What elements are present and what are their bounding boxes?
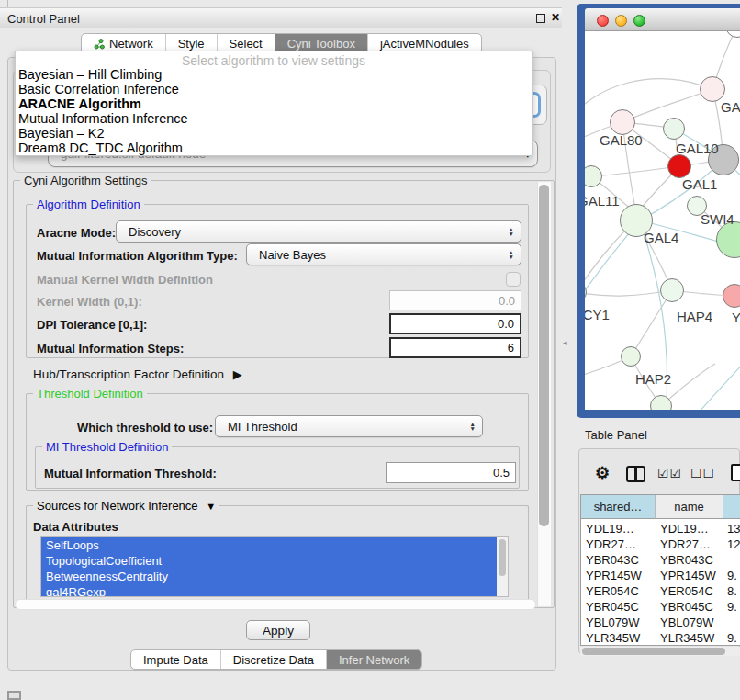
- tab-impute-data[interactable]: Impute Data: [131, 650, 221, 669]
- hub-definition-expander[interactable]: Hub/Transcription Factor Definition ▶: [33, 367, 242, 381]
- list-scrollbar-thumb[interactable]: [499, 539, 506, 576]
- bottom-left-partial-icon[interactable]: [7, 691, 21, 700]
- tab-infer-network-label: Infer Network: [339, 653, 409, 667]
- select-columns-icon[interactable]: ☑☑: [657, 466, 682, 480]
- mi-threshold-label: Mutual Information Threshold:: [44, 467, 217, 480]
- kernel-width-label: Kernel Width (0,1):: [37, 295, 142, 309]
- tab-discretize-data[interactable]: Discretize Data: [221, 650, 327, 669]
- table-cell[interactable]: 13: [727, 522, 740, 536]
- table-cell[interactable]: YIL052C: [586, 643, 654, 646]
- close-window-button[interactable]: [597, 15, 609, 27]
- settings-scrollbar-thumb[interactable]: [539, 185, 549, 526]
- table-cell[interactable]: 9.: [727, 600, 740, 614]
- column-header-shared-name[interactable]: shared…: [581, 495, 656, 519]
- network-window-titlebar[interactable]: [585, 8, 740, 31]
- network-node[interactable]: [660, 278, 684, 302]
- table-cell[interactable]: YDL19…: [586, 522, 654, 536]
- zoom-window-button[interactable]: [633, 15, 645, 27]
- list-item[interactable]: gal4RGexp: [41, 584, 497, 597]
- table-cell[interactable]: YBR043C: [660, 553, 723, 567]
- mi-algorithm-type-combo[interactable]: Naive Bayes ▲▼: [246, 243, 521, 265]
- tab-impute-data-label: Impute Data: [143, 653, 208, 667]
- table-cell[interactable]: YBL079W: [660, 615, 723, 629]
- algorithm-option-selected[interactable]: ARACNE Algorithm: [16, 96, 532, 111]
- mi-steps-field[interactable]: 6: [389, 337, 521, 358]
- aracne-mode-value: Discovery: [129, 225, 181, 239]
- close-panel-icon[interactable]: ✕: [551, 11, 560, 24]
- table-cell[interactable]: YBR045C: [660, 600, 723, 614]
- algorithm-option[interactable]: Basic Correlation Inference: [16, 82, 532, 96]
- control-panel-titlebar: Control Panel ✕: [0, 7, 562, 28]
- table-cell[interactable]: 12: [727, 537, 740, 551]
- kernel-width-field[interactable]: 0.0: [389, 290, 521, 310]
- list-item[interactable]: TopologicalCoefficient: [41, 553, 497, 569]
- which-threshold-label: Which threshold to use:: [77, 421, 213, 435]
- algorithm-option[interactable]: Dream8 DC_TDC Algorithm: [16, 141, 532, 155]
- dpi-tolerance-label: DPI Tolerance [0,1]:: [37, 318, 147, 332]
- table-cell[interactable]: YPR145W: [660, 569, 723, 582]
- sources-title-row[interactable]: Sources for Network Inference ▼: [33, 499, 219, 513]
- combo-stepper-icon: ▲▼: [509, 227, 514, 236]
- network-node[interactable]: [663, 118, 685, 140]
- column-header-partial[interactable]: [723, 495, 740, 519]
- network-node[interactable]: [610, 109, 635, 135]
- network-node[interactable]: [700, 76, 725, 102]
- algorithm-option[interactable]: Mutual Information Inference: [16, 111, 532, 126]
- table-cell[interactable]: YPR145W: [586, 569, 654, 582]
- dpi-tolerance-field[interactable]: 0.0: [389, 313, 521, 334]
- table-cell[interactable]: YBL079W: [586, 615, 654, 629]
- tab-infer-network[interactable]: Infer Network: [327, 650, 421, 669]
- float-panel-icon[interactable]: [536, 14, 545, 23]
- algorithm-dropdown-popup: Select algorithm to view settings Bayesi…: [15, 51, 533, 156]
- tab-discretize-data-label: Discretize Data: [233, 653, 314, 667]
- table-cell[interactable]: YDR27…: [660, 537, 723, 551]
- network-node[interactable]: [667, 154, 691, 178]
- network-node[interactable]: [723, 284, 740, 308]
- data-attributes-label: Data Attributes: [33, 520, 118, 534]
- gear-icon[interactable]: ⚙: [595, 463, 610, 483]
- algorithm-option[interactable]: Bayesian – Hill Climbing: [16, 67, 532, 82]
- kernel-width-value: 0.0: [499, 294, 515, 308]
- algorithm-option[interactable]: Bayesian – K2: [16, 126, 532, 141]
- manual-kernel-width-checkbox[interactable]: [506, 272, 521, 287]
- node-label: GAL10: [676, 141, 719, 156]
- settings-hscrollbar-track[interactable]: [15, 599, 536, 610]
- table-panel-title: Table Panel: [585, 428, 647, 442]
- table-hscrollbar-thumb[interactable]: [582, 648, 725, 655]
- list-item[interactable]: BetweennessCentrality: [41, 569, 497, 584]
- tab-select-label: Select: [230, 37, 263, 51]
- table-cell[interactable]: YBR043C: [586, 553, 654, 567]
- mi-threshold-field[interactable]: 0.5: [386, 462, 516, 483]
- table-cell[interactable]: 8.: [727, 584, 740, 598]
- mi-steps-label: Mutual Information Steps:: [37, 342, 184, 356]
- table-cell[interactable]: YER054C: [586, 584, 654, 598]
- table-cell[interactable]: YBR045C: [586, 600, 654, 614]
- tab-cyni-toolbox-label: Cyni Toolbox: [287, 37, 355, 51]
- table-cell[interactable]: YDL19…: [660, 522, 723, 536]
- minimize-window-button[interactable]: [615, 15, 627, 27]
- data-attributes-list: SelfLoops TopologicalCoefficient Between…: [40, 536, 509, 597]
- split-view-icon[interactable]: [626, 466, 645, 482]
- split-pane-handle[interactable]: ◂: [563, 338, 567, 347]
- table-cell[interactable]: YDR27…: [586, 537, 654, 551]
- table-cell[interactable]: 9: [727, 643, 740, 646]
- which-threshold-combo[interactable]: MI Threshold ▲▼: [215, 415, 483, 437]
- network-view-window[interactable]: GAL GAL80 GAL10 GAL1 GAL11 GAL4 SWI4 GCY…: [577, 4, 740, 418]
- function-builder-icon[interactable]: [731, 464, 740, 481]
- threshold-definition-title: Threshold Definition: [33, 387, 147, 401]
- table-cell[interactable]: YER054C: [660, 584, 723, 598]
- node-label: HAP2: [635, 371, 671, 387]
- column-header-label: name: [674, 500, 704, 514]
- table-cell[interactable]: 9.: [727, 569, 740, 582]
- network-canvas[interactable]: GAL GAL80 GAL10 GAL1 GAL11 GAL4 SWI4 GCY…: [585, 31, 740, 410]
- node-label: HAP4: [677, 309, 712, 324]
- cyni-bottom-tabbar: Impute Data Discretize Data Infer Networ…: [130, 649, 422, 670]
- table-cell[interactable]: YIL052C: [660, 643, 723, 646]
- apply-button[interactable]: Apply: [246, 620, 310, 640]
- network-node[interactable]: [621, 346, 641, 367]
- aracne-mode-combo[interactable]: Discovery ▲▼: [116, 220, 521, 243]
- deselect-columns-icon[interactable]: ☐☐: [690, 466, 715, 480]
- column-header-name[interactable]: name: [656, 495, 723, 519]
- list-item[interactable]: SelfLoops: [41, 537, 497, 553]
- apply-button-label: Apply: [263, 624, 294, 638]
